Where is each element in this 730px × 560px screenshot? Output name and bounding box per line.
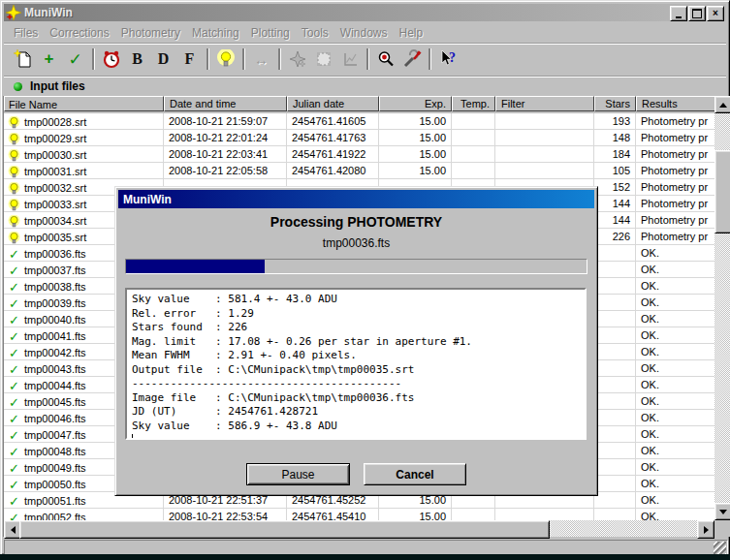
stars-cell	[594, 426, 636, 443]
cancel-button[interactable]: Cancel	[364, 463, 466, 485]
file-status-icon: ✓	[8, 248, 20, 261]
results-cell: OK.	[636, 509, 714, 520]
vertical-scrollbar[interactable]	[714, 96, 730, 520]
scroll-up-button[interactable]	[714, 96, 730, 113]
toolbar-separator	[428, 48, 430, 70]
menu-item[interactable]: Tools	[296, 25, 334, 41]
horizontal-scrollbar[interactable]	[4, 520, 714, 537]
menu-item[interactable]: Plotting	[245, 25, 296, 41]
resize-grip[interactable]	[714, 542, 726, 554]
dark-frames-button[interactable]: D	[150, 47, 176, 72]
scrollbar-corner	[714, 520, 730, 537]
new-file-button[interactable]	[10, 47, 36, 72]
column-header-temp[interactable]: Temp.	[452, 96, 495, 111]
check-files-button[interactable]: ✓	[62, 47, 88, 72]
settings-button[interactable]	[398, 47, 425, 72]
results-cell: OK.	[636, 344, 714, 360]
table-row[interactable]: tmp00030.srt 2008-10-21 22:03:41 2454761…	[4, 146, 714, 163]
results-cell: OK.	[636, 262, 714, 278]
vertical-scroll-thumb[interactable]	[714, 150, 730, 233]
close-button[interactable]: ×	[707, 6, 724, 21]
file-status-icon: ✓	[8, 380, 20, 392]
check-icon: ✓	[9, 314, 19, 327]
column-header-date-time[interactable]: Date and time	[164, 96, 287, 111]
menu-item[interactable]: Matching	[186, 25, 245, 41]
column-header-stars[interactable]: Stars	[594, 96, 636, 111]
progress-bar	[125, 259, 587, 274]
pause-button[interactable]: Pause	[246, 463, 350, 485]
column-header-filter[interactable]: Filter	[495, 96, 594, 111]
arrow-down-icon	[719, 510, 727, 514]
stars-cell: 193	[594, 113, 636, 130]
minimize-button[interactable]	[670, 6, 687, 21]
alarm-clock-icon	[102, 49, 121, 69]
file-name-cell: tmp00040.fts	[24, 314, 86, 326]
results-cell: OK.	[636, 476, 714, 492]
filter-cell	[495, 113, 594, 130]
scroll-right-button[interactable]	[697, 520, 714, 539]
column-header-julian-date[interactable]: Julian date	[287, 96, 379, 111]
add-files-icon: +	[45, 49, 54, 69]
check-icon: ✓	[9, 429, 19, 442]
log-output[interactable]: Sky value : 581.4 +- 43.0 ADURel. error …	[125, 288, 587, 440]
stars-cell	[594, 327, 636, 344]
window-titlebar[interactable]: MuniWin ×	[4, 4, 726, 21]
flat-frames-button[interactable]: F	[176, 47, 203, 72]
stars-cell	[594, 295, 636, 311]
file-name-cell: tmp00048.fts	[24, 446, 86, 457]
julian-date-cell: 2454761.45410	[287, 509, 379, 520]
context-help-button[interactable]: ?	[434, 47, 460, 72]
magnifier-icon	[376, 49, 396, 69]
menu-item[interactable]: Windows	[334, 25, 394, 41]
scroll-down-button[interactable]	[714, 503, 730, 520]
stars-cell: 148	[594, 130, 636, 146]
date-time-cell: 2008-10-21 22:03:41	[164, 146, 287, 163]
dialog-title: MuniWin	[123, 193, 172, 206]
stars-cell	[594, 360, 636, 377]
file-status-icon: ✓	[8, 297, 20, 310]
column-header-exposure[interactable]: Exp.	[379, 96, 452, 111]
dialog-titlebar[interactable]: MuniWin	[118, 190, 594, 208]
results-cell: OK.	[636, 295, 714, 311]
flat-icon: F	[185, 50, 195, 68]
light-curve-button[interactable]	[336, 47, 363, 72]
menu-item[interactable]: Photometry	[115, 25, 186, 41]
column-header-file-name[interactable]: File Name	[4, 96, 164, 111]
menu-item[interactable]: Corrections	[44, 25, 114, 41]
results-cell: OK.	[636, 377, 714, 393]
file-name-cell: tmp00041.fts	[24, 330, 86, 342]
app-icon	[6, 5, 21, 20]
check-icon: ✓	[9, 512, 19, 521]
add-files-button[interactable]: +	[36, 47, 62, 72]
table-row[interactable]: ✓ tmp00052.fts 2008-10-21 22:53:54 24547…	[4, 509, 714, 520]
bias-frames-button[interactable]: B	[124, 47, 150, 72]
column-header-results[interactable]: Results	[636, 96, 714, 111]
menu-item[interactable]: Help	[394, 25, 429, 41]
check-files-icon: ✓	[68, 49, 81, 70]
maximize-button[interactable]	[688, 6, 706, 21]
file-status-icon: ✓	[8, 264, 20, 277]
results-cell: OK.	[636, 492, 714, 509]
quick-photometry-button[interactable]	[372, 47, 398, 72]
matching-button[interactable]: ↔	[248, 47, 274, 72]
bulb-icon	[8, 215, 20, 228]
help-pointer-icon: ?	[438, 49, 458, 69]
maximize-icon	[692, 9, 702, 18]
frame-set-button[interactable]	[310, 47, 336, 72]
file-status-icon: ✓	[8, 281, 20, 294]
table-row[interactable]: tmp00029.srt 2008-10-21 22:01:24 2454761…	[4, 130, 714, 146]
stars-cell	[594, 492, 636, 509]
stars-cell: 152	[594, 179, 636, 196]
menu-item[interactable]: Files	[8, 25, 44, 41]
time-correction-button[interactable]	[98, 47, 124, 72]
table-row[interactable]: tmp00028.srt 2008-10-21 21:59:07 2454761…	[4, 113, 714, 130]
horizontal-scroll-thumb[interactable]	[19, 520, 550, 539]
temp-cell	[452, 113, 495, 130]
date-time-cell: 2008-10-21 22:05:58	[164, 163, 287, 179]
table-row[interactable]: tmp00031.srt 2008-10-21 22:05:58 2454761…	[4, 163, 714, 179]
photometry-button[interactable]	[212, 47, 238, 72]
file-status-icon: ✓	[8, 314, 20, 327]
bulb-icon	[8, 199, 20, 211]
toolbar: + ✓ B D F ↔	[4, 43, 726, 75]
find-variables-button[interactable]	[284, 47, 310, 72]
